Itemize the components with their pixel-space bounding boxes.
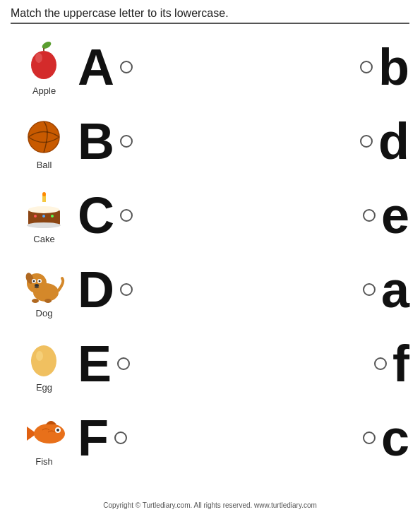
lower-letter-a: a [381,264,409,315]
radio-F[interactable] [114,431,127,444]
upper-col-F: F [78,412,176,463]
svg-point-18 [33,280,35,282]
radio-e[interactable] [363,209,376,222]
upper-col-A: A [78,42,176,93]
lower-letter-f: f [392,338,409,389]
upper-letter-D: D [78,264,114,315]
radio-d[interactable] [360,135,373,148]
radio-B[interactable] [120,135,133,148]
svg-point-22 [32,299,39,303]
upper-letter-C: C [78,190,114,241]
svg-point-21 [35,284,39,287]
lower-col-f: f [325,338,409,389]
apple-image [21,38,67,84]
upper-letter-B: B [78,116,114,167]
upper-letter-F: F [78,412,109,463]
svg-point-11 [34,215,37,218]
fish-image [21,409,67,455]
ball-image [21,112,67,158]
svg-point-29 [56,429,59,431]
lower-letter-b: b [378,42,409,93]
dog-label: Dog [36,308,53,318]
egg-label: Egg [36,382,52,393]
upper-col-D: D [78,264,176,315]
svg-point-12 [42,215,45,218]
svg-point-13 [51,215,54,218]
fish-label: Fish [35,456,53,467]
svg-point-20 [39,280,41,282]
row-1: Apple A b [11,30,409,104]
svg-point-25 [36,351,43,361]
svg-point-3 [35,53,42,63]
svg-point-2 [31,51,56,79]
image-col-ball: Ball [11,112,78,170]
image-col-egg: Egg [11,335,78,393]
svg-point-23 [44,299,52,303]
row-2: Ball B d [11,104,409,178]
radio-a[interactable] [363,283,376,296]
lower-col-c: c [325,412,409,463]
ball-label: Ball [37,160,52,170]
svg-point-24 [31,345,56,376]
apple-label: Apple [32,85,56,96]
dog-image [21,261,67,306]
lower-col-d: d [325,116,409,167]
cake-label: Cake [33,234,54,244]
upper-col-E: E [78,338,176,389]
upper-letter-A: A [78,42,114,93]
page: Match the uppercase letter to its lowerc… [0,0,420,512]
egg-image [21,335,67,381]
lower-letter-d: d [378,116,409,167]
image-col-dog: Dog [11,261,78,318]
radio-E[interactable] [117,357,130,370]
upper-col-C: C [78,190,176,241]
radio-c[interactable] [363,431,376,444]
footer-text: Copyright © Turtlediary.com. All rights … [0,501,420,509]
lower-letter-e: e [381,190,409,241]
svg-point-0 [41,40,52,50]
radio-D[interactable] [120,283,133,296]
lower-col-b: b [325,42,409,93]
image-col-apple: Apple [11,38,78,96]
page-title: Match the uppercase letter to its lowerc… [11,7,409,24]
image-col-cake: Cake [11,186,78,244]
rows-container: Apple A b [11,30,409,475]
svg-point-9 [28,206,59,213]
upper-letter-E: E [78,338,112,389]
row-4: Dog D a [11,252,409,326]
svg-point-10 [27,222,61,228]
row-3: Cake C e [11,178,409,252]
lower-col-a: a [325,264,409,315]
image-col-fish: Fish [11,409,78,467]
lower-letter-c: c [381,412,409,463]
row-6: Fish F c [11,400,409,475]
lower-col-e: e [325,190,409,241]
upper-col-B: B [78,116,176,167]
cake-image [21,186,67,232]
radio-b[interactable] [360,61,373,73]
radio-C[interactable] [120,209,133,222]
row-5: Egg E f [11,326,409,400]
svg-point-27 [34,424,65,443]
radio-A[interactable] [120,61,133,73]
radio-f[interactable] [374,357,387,370]
svg-point-7 [42,192,46,196]
